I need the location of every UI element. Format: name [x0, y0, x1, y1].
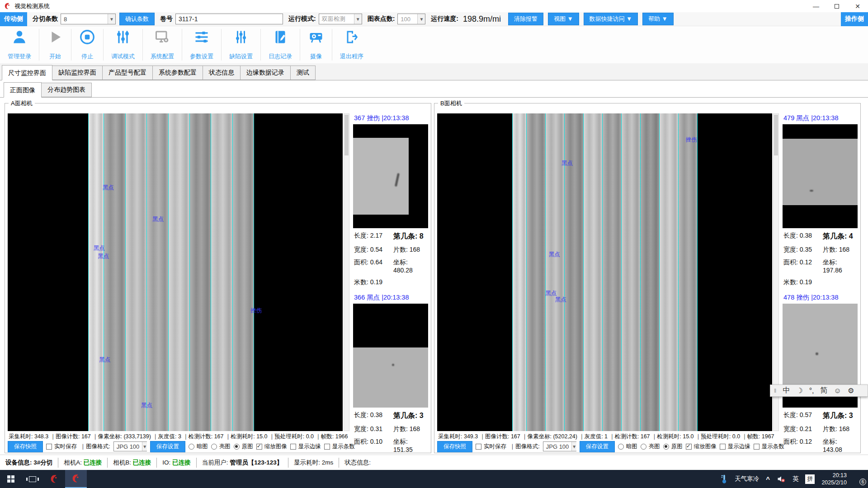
defect-marker-label: 黑点 [94, 244, 105, 252]
camera-b-stats: 采集耗时: 349.3 ｜图像计数: 167 ｜像素坐标: (5202,24) … [438, 433, 774, 441]
ime-lang-mode[interactable]: 中 [783, 386, 790, 395]
zoom-image-checkbox[interactable] [256, 444, 262, 450]
bright-image-radio[interactable] [641, 444, 646, 450]
start-button[interactable] [0, 470, 22, 488]
ime-language-en[interactable]: 英 [793, 475, 799, 483]
tray-expand-chevron[interactable]: ^ [766, 475, 770, 483]
realtime-save-checkbox[interactable] [476, 444, 481, 450]
close-button[interactable]: ✕ [847, 0, 868, 12]
emoji-icon[interactable]: ☺ [834, 387, 841, 395]
taskbar-app-active[interactable] [65, 470, 87, 488]
show-edges-checkbox[interactable] [720, 444, 726, 450]
show-edges-checkbox[interactable] [290, 444, 296, 450]
show-strips-checkbox[interactable] [754, 444, 760, 450]
camera-b-defect-list: 479 黑点 |20:13:38 长度: 0.38 第几条: 4 宽度: 0.3… [783, 113, 858, 431]
system-config-button[interactable]: 系统配置 [143, 29, 182, 61]
help-menu-button[interactable]: 帮助 ▼ [642, 13, 673, 25]
clear-alarm-button[interactable]: 清除报警 [508, 13, 543, 25]
defect-settings-button[interactable]: 缺陷设置 [222, 29, 261, 61]
defect-thumbnail[interactable] [353, 304, 428, 408]
weather-text[interactable]: 天气寒冷 [735, 475, 759, 483]
capture-button[interactable]: 摄像 [300, 29, 332, 61]
app-window: 视觉检测系统 — ✕ 传动侧 分切条数 8 ▼ 确认条数 卷号 3117-1 运… [0, 0, 868, 488]
tab-front-image[interactable]: 正面图像 [4, 82, 42, 98]
view-menu-button[interactable]: 视图 ▼ [548, 13, 579, 25]
icon-toolbar: 管理登录 开始 停止 调试模式 系统配置 参数设置 缺陷设置 日志记录 [0, 26, 868, 63]
image-format-select[interactable]: JPG 100▼ [113, 441, 147, 451]
gear-icon[interactable]: ⚙ [848, 386, 854, 395]
param-settings-button[interactable]: 参数设置 [182, 29, 222, 61]
tab-edge-data[interactable]: 边缘数据记录 [241, 66, 291, 80]
save-snapshot-button[interactable]: 保存快照 [437, 441, 472, 452]
dark-image-radio[interactable] [618, 444, 624, 450]
roll-number-input[interactable]: 3117-1 [175, 14, 283, 24]
chart-points-label: 图表点数: [368, 15, 395, 23]
camera-b-controls: 保存快照 实时保存 ｜图像格式: JPG 100▼ 保存设置 暗图 亮图 原图 … [437, 441, 784, 452]
camera-a-stats: 采集耗时: 348.3 ｜图像计数: 167 ｜像素坐标: (333,7139)… [9, 433, 348, 441]
camera-b-scrollbar[interactable] [773, 113, 779, 431]
tab-status-info[interactable]: 状态信息 [203, 66, 241, 80]
tab-system-params[interactable]: 系统参数配置 [153, 66, 203, 80]
admin-login-button[interactable]: 管理登录 [0, 29, 39, 61]
taskbar-clock[interactable]: 20:13 2025/2/10 [821, 472, 847, 487]
start-button[interactable]: 开始 [39, 29, 71, 61]
moon-icon[interactable]: ☽ [796, 386, 802, 395]
ime-pinyin-icon[interactable]: 拼 [805, 474, 815, 484]
task-view-button[interactable] [22, 470, 43, 488]
camera-a-status-label: 相机A: [64, 459, 82, 466]
run-speed-label: 运行速度: [431, 15, 458, 23]
tab-test[interactable]: 测试 [291, 66, 316, 80]
camera-a-panel: A面相机 黑点黑点黑点黑点挫伤黑点黑点 367 挫伤 |20:13:38 长度:… [5, 103, 431, 453]
run-mode-select[interactable]: 双面检测 ▼ [319, 14, 362, 24]
operator-side-button[interactable]: 操作侧 [841, 12, 868, 26]
original-image-radio[interactable] [663, 444, 669, 450]
tab-product-model[interactable]: 产品型号配置 [103, 66, 153, 80]
speaker-muted-icon[interactable] [777, 475, 786, 483]
defect-area: 0.12 [800, 258, 812, 266]
dark-image-radio[interactable] [189, 444, 194, 450]
taskbar-app-1[interactable] [43, 470, 65, 488]
exit-program-button[interactable]: 退出程序 [332, 29, 371, 61]
defect-thumbnail[interactable] [353, 124, 428, 228]
io-status-label: IO: [162, 459, 170, 466]
status-bar: 设备信息: 3#分切 相机A: 已连接 相机B: 已连接 IO: 已连接 当前用… [0, 455, 868, 470]
ime-simplified[interactable]: 简 [821, 386, 828, 395]
realtime-save-checkbox[interactable] [46, 444, 52, 450]
tab-defect-monitor[interactable]: 缺陷监控界面 [52, 66, 103, 80]
camera-a-scrollbar[interactable] [344, 113, 349, 431]
strip-count-select[interactable]: 8 ▼ [61, 14, 116, 24]
defect-card: 366 黑点 |20:13:38 长度: 0.38 第几条: 3 宽度: 0.3… [353, 293, 428, 466]
notification-center-button[interactable]: 6 [854, 475, 863, 483]
original-image-radio[interactable] [234, 444, 240, 450]
drive-side-button[interactable]: 传动侧 [0, 12, 27, 26]
tab-size-monitor[interactable]: 尺寸监控界面 [2, 65, 52, 80]
current-user-value: 管理员【123-123】 [230, 459, 283, 466]
log-record-button[interactable]: 日志记录 [261, 29, 300, 61]
camera-a-status: 已连接 [84, 459, 102, 466]
ime-punctuation[interactable]: °, [809, 387, 814, 395]
product-strip [89, 113, 104, 431]
tab-distribution-chart[interactable]: 分布趋势图表 [42, 83, 92, 97]
defect-marker-label: 黑点 [549, 251, 560, 258]
zoom-image-checkbox[interactable] [686, 444, 692, 450]
save-settings-button[interactable]: 保存设置 [580, 441, 615, 452]
confirm-count-button[interactable]: 确认条数 [119, 13, 155, 25]
save-settings-button[interactable]: 保存设置 [150, 441, 185, 452]
minimize-button[interactable]: — [806, 0, 826, 12]
monitor-gear-icon [154, 29, 170, 45]
debug-mode-button[interactable]: 调试模式 [104, 29, 143, 61]
defect-coord: 143.08 [823, 446, 842, 453]
ime-grip[interactable]: ‖ [774, 387, 776, 394]
defect-marker-label: 黑点 [141, 402, 152, 409]
chart-points-select[interactable]: 100 ▼ [397, 14, 425, 24]
data-quick-access-button[interactable]: 数据快捷访问 ▼ [584, 13, 638, 25]
bright-image-radio[interactable] [211, 444, 217, 450]
maximize-button[interactable] [826, 0, 847, 12]
image-format-select[interactable]: JPG 100▼ [543, 441, 576, 451]
thermometer-icon[interactable] [721, 474, 728, 484]
defect-thumbnail[interactable] [783, 124, 858, 228]
show-strips-checkbox[interactable] [324, 444, 330, 450]
defect-card: 479 黑点 |20:13:38 长度: 0.38 第几条: 4 宽度: 0.3… [783, 113, 858, 286]
save-snapshot-button[interactable]: 保存快照 [8, 441, 43, 452]
stop-button[interactable]: 停止 [71, 29, 104, 61]
